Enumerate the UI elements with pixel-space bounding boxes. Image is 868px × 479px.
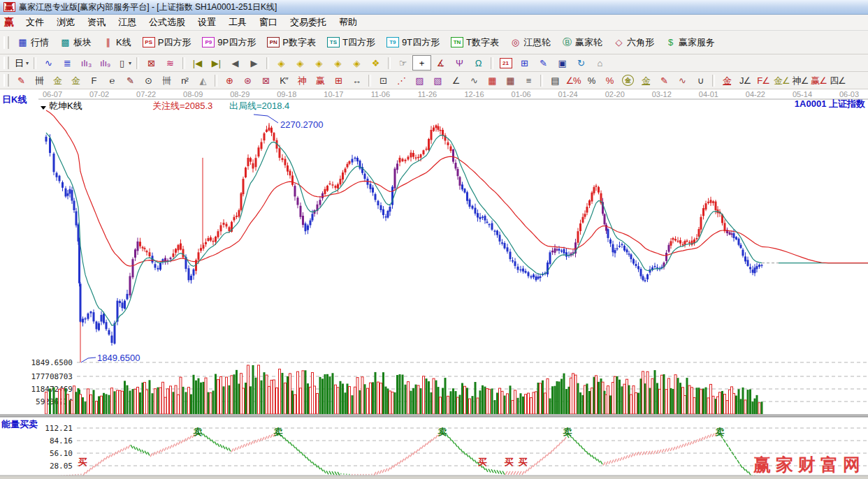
- angle-rays[interactable]: ∠: [447, 73, 465, 88]
- remote-pc-icon[interactable]: ⌂: [591, 55, 609, 71]
- comb-grid[interactable]: 卌: [30, 73, 48, 88]
- pen-measure[interactable]: ✎: [121, 73, 139, 88]
- win-angle[interactable]: 赢∠: [809, 73, 828, 88]
- n-square[interactable]: n²: [175, 73, 194, 88]
- f-angle[interactable]: F∠: [754, 73, 772, 88]
- fan-box-1[interactable]: ▨: [410, 73, 428, 88]
- diamond-right-icon[interactable]: ◈: [291, 55, 310, 71]
- menu-item-4[interactable]: 公式选股: [143, 15, 191, 30]
- quotes-button[interactable]: ▦行情: [12, 33, 55, 52]
- protractor-icon[interactable]: ∡: [431, 55, 450, 71]
- percent[interactable]: %: [582, 73, 600, 88]
- diamond-center-icon[interactable]: ◈: [347, 55, 366, 71]
- menu-item-8[interactable]: 交易委托: [284, 15, 333, 30]
- spiral-tool[interactable]: ℮: [103, 73, 121, 88]
- p-number-button[interactable]: PNP数字表: [261, 33, 321, 52]
- fan-box-2[interactable]: ▧: [428, 73, 447, 88]
- first-bar-icon[interactable]: |◀: [188, 55, 207, 71]
- wave-check[interactable]: ∿: [465, 73, 483, 88]
- pen-tool[interactable]: ✎: [12, 73, 30, 88]
- hexagon-button[interactable]: ◇六角形: [608, 33, 660, 52]
- parallel-lines[interactable]: ≡: [519, 73, 537, 88]
- comb-plain[interactable]: 卌: [157, 73, 175, 88]
- bars-9-icon[interactable]: ılı₉: [96, 55, 115, 71]
- calendar-icon[interactable]: 21: [496, 55, 515, 71]
- gold-angle[interactable]: 金∠: [772, 73, 791, 88]
- diamond-left-icon-icon: ◈: [276, 58, 287, 68]
- candle-style-icon[interactable]: ▯▾: [115, 55, 133, 71]
- last-bar-icon[interactable]: ▶|: [207, 55, 226, 71]
- zigzag-chart-icon[interactable]: ∿: [39, 55, 58, 71]
- menu-item-0[interactable]: 文件: [20, 15, 50, 30]
- f-comb[interactable]: F: [85, 73, 103, 88]
- chart-canvas[interactable]: 06-0707-0207-2208-0908-2909-1810-1711-06…: [0, 89, 868, 479]
- pen-flag[interactable]: ✎: [655, 73, 673, 88]
- circle-cross[interactable]: ⊕: [220, 73, 238, 88]
- gann-web-square[interactable]: ⊠: [256, 73, 275, 88]
- gold-circle[interactable]: 金: [619, 73, 637, 88]
- gann-web-circle[interactable]: ⊛: [238, 73, 256, 88]
- menu-item-6[interactable]: 工具: [222, 15, 253, 30]
- count-grid[interactable]: ⊞: [329, 73, 347, 88]
- prev-bar-icon[interactable]: ◀: [226, 55, 245, 71]
- next-bar-icon[interactable]: ▶: [245, 55, 263, 71]
- service-button[interactable]: $赢家服务: [660, 33, 721, 52]
- diamond-expand-icon[interactable]: ◈: [310, 55, 328, 71]
- t-number-button[interactable]: TNT数字表: [445, 33, 505, 52]
- span-arrow[interactable]: ↔: [347, 73, 366, 88]
- angle-mirror[interactable]: ◭: [194, 73, 212, 88]
- j-angle[interactable]: J∠: [736, 73, 754, 88]
- gold-level[interactable]: 金: [637, 73, 655, 88]
- calculator-icon[interactable]: ⊞: [515, 55, 534, 71]
- four-angle[interactable]: 四∠: [828, 73, 847, 88]
- menu-item-7[interactable]: 窗口: [253, 15, 284, 30]
- god-comb[interactable]: 神: [293, 73, 311, 88]
- gann-glyph-icon[interactable]: Ψ: [450, 55, 469, 71]
- t-square-button[interactable]: TST四方形: [321, 33, 381, 52]
- t9-square-button[interactable]: T99T四方形: [381, 33, 445, 52]
- seal-pattern-icon[interactable]: ⊠: [142, 55, 161, 71]
- memo-icon[interactable]: ✎: [534, 55, 553, 71]
- menu-item-5[interactable]: 设置: [191, 15, 222, 30]
- winner-wheel-button[interactable]: Ⓑ赢家轮: [556, 33, 608, 52]
- menu-item-3[interactable]: 江恩: [112, 15, 143, 30]
- sectors-button[interactable]: ▩板块: [55, 33, 97, 52]
- pan-hand-icon[interactable]: ☞: [393, 55, 412, 71]
- diamond-compress-icon[interactable]: ◈: [328, 55, 347, 71]
- grid-dark[interactable]: ▦: [501, 73, 519, 88]
- info-list-icon[interactable]: ≣: [58, 55, 77, 71]
- wave-tool-icon[interactable]: Ω: [469, 55, 488, 71]
- period-selector[interactable]: 日▾: [12, 55, 31, 71]
- fan-lines[interactable]: ⋰: [392, 73, 410, 88]
- diamond-move-icon[interactable]: ❖: [366, 55, 385, 71]
- percent-zone[interactable]: ∠%: [564, 73, 582, 88]
- u-curve[interactable]: ∪: [691, 73, 709, 88]
- band-wave[interactable]: ∿: [673, 73, 691, 88]
- percent-red[interactable]: %: [600, 73, 619, 88]
- p9-square-button[interactable]: P99P四方形: [196, 33, 261, 52]
- gold-comb-2[interactable]: 金: [66, 73, 85, 88]
- volume-profile-icon[interactable]: ≋: [161, 55, 180, 71]
- gann-box-icon: ⊡: [378, 75, 389, 86]
- win-comb[interactable]: 赢: [311, 73, 329, 88]
- k-notation[interactable]: K″: [275, 73, 293, 88]
- grid-red[interactable]: ▦: [483, 73, 501, 88]
- bars-3-icon[interactable]: ılı₃: [77, 55, 96, 71]
- save-icon[interactable]: ▣: [553, 55, 572, 71]
- gann-box[interactable]: ⊡: [374, 73, 392, 88]
- gann-wheel-button[interactable]: ◎江恩轮: [505, 33, 556, 52]
- kline-button[interactable]: ∥K线: [97, 33, 137, 52]
- main-toolbar: ▦行情▩板块∥K线PSP四方形P99P四方形PNP数字表TST四方形T99T四方…: [0, 31, 868, 54]
- p-square-button[interactable]: PSP四方形: [137, 33, 197, 52]
- net-update-icon[interactable]: ↻: [572, 55, 591, 71]
- gold-underline[interactable]: 金: [718, 73, 736, 88]
- crosshair-icon[interactable]: +: [412, 55, 431, 71]
- price-ruler[interactable]: ▤: [546, 73, 564, 88]
- circle-degree[interactable]: ⊙: [139, 73, 157, 88]
- menu-item-9[interactable]: 帮助: [333, 15, 363, 30]
- god-angle[interactable]: 神∠: [791, 73, 810, 88]
- diamond-left-icon[interactable]: ◈: [272, 55, 291, 71]
- gold-comb-1[interactable]: 金: [48, 73, 66, 88]
- menu-item-2[interactable]: 资讯: [81, 15, 112, 30]
- menu-item-1[interactable]: 浏览: [50, 15, 81, 30]
